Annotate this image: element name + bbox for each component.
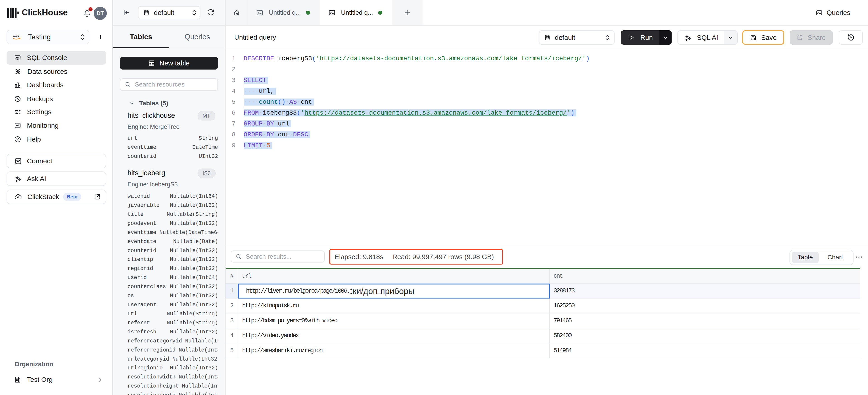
svg-text:aws: aws [13,34,20,38]
